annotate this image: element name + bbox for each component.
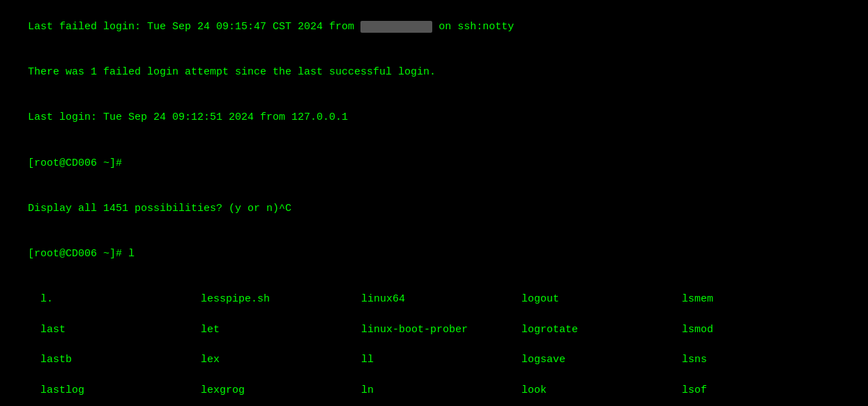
col-5: lsmem lsmod lsns lsof lsscsi lua luac lu… [644,277,805,407]
col2-item-2: let [201,324,220,336]
col4-item-3: logsave [521,354,565,366]
col5-item-3: lsns [682,354,707,366]
col-2: lesspipe.sh let lex lexgrog lgroupadd lg… [163,277,323,407]
col1-item-3: lastb [40,354,72,366]
display-all-line: Display all 1451 possibilities? (y or n)… [3,186,865,231]
col3-item-1: linux64 [361,293,405,305]
col2-item-3: lex [201,354,220,366]
col2-item-1: lesspipe.sh [201,293,270,305]
col3-item-2: linux-boot-prober [361,324,468,336]
col-1: l. last lastb lastlog lchage lchfn lchsh… [3,277,163,407]
command-output: l. last lastb lastlog lchage lchfn lchsh… [3,277,865,407]
col5-item-2: lsmod [682,324,713,336]
col4-item-2: logrotate [521,324,578,336]
terminal-window: Last failed login: Tue Sep 24 09:15:47 C… [0,0,868,406]
col1-item-1: l. [40,293,53,305]
col4-item-4: look [521,384,547,396]
col3-item-3: ll [361,354,374,366]
col5-item-1: lsmem [682,293,713,305]
last-login-line: Last login: Tue Sep 24 09:12:51 2024 fro… [3,95,865,141]
col1-item-2: last [40,324,66,336]
col2-item-4: lexgrog [201,384,245,396]
prompt-line-1: [root@CD006 ~]# [3,141,865,186]
col-3: linux64 linux-boot-prober ll ln lnewuser… [323,277,484,407]
prompt-line-2: [root@CD006 ~]# l [3,231,865,276]
col4-item-1: logout [521,293,559,305]
col5-item-4: lsof [682,384,707,396]
col-4: logout logrotate logsave look losetup lp… [484,277,644,407]
last-failed-text: Last failed login: Tue Sep 24 09:15:47 C… [28,21,360,33]
col3-item-4: ln [361,384,374,396]
prompt-2: [root@CD006 ~]# l [28,248,135,260]
last-failed-login-line: Last failed login: Tue Sep 24 09:15:47 C… [3,4,865,49]
last-failed-suffix: on ssh:notty [432,21,514,33]
prompt-1: [root@CD006 ~]# [28,157,122,169]
blurred-ip [360,21,432,33]
col1-item-4: lastlog [40,384,84,396]
failed-attempt-line: There was 1 failed login attempt since t… [3,49,865,95]
